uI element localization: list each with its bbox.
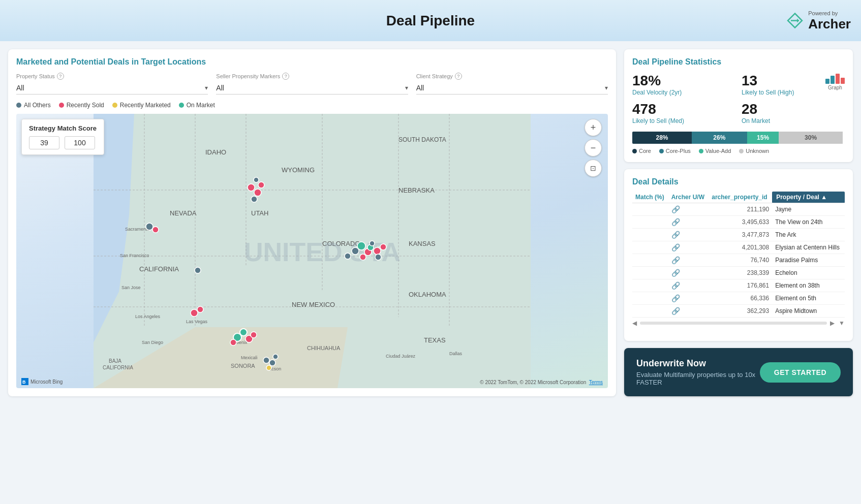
client-strategy-info-icon[interactable]: ? xyxy=(455,73,462,80)
deal-details-title: Deal Details xyxy=(632,177,845,186)
svg-text:Mexicali: Mexicali xyxy=(241,355,258,360)
deal-details-table: Match (%) Archer U/W archer_property_id … xyxy=(632,192,845,318)
cell-property-name-6: Element on 38th xyxy=(772,279,845,292)
property-status-chevron: ▾ xyxy=(205,84,208,91)
svg-text:CALIFORNIA: CALIFORNIA xyxy=(103,365,133,370)
recenter-button[interactable]: ⊡ xyxy=(585,160,602,177)
scroll-left-arrow[interactable]: ◀ xyxy=(632,320,637,327)
svg-point-53 xyxy=(380,244,386,250)
svg-text:SOUTH DAKOTA: SOUTH DAKOTA xyxy=(398,136,446,143)
cell-match-8 xyxy=(632,305,668,318)
cell-link-6[interactable]: 🔗 xyxy=(668,279,709,292)
powered-by-text: Powered by xyxy=(808,10,838,16)
svg-point-46 xyxy=(254,177,259,182)
table-row: 🔗 3,495,633 The View on 24th xyxy=(632,216,845,229)
property-status-info-icon[interactable]: ? xyxy=(57,73,64,80)
legend-on-market: On Market xyxy=(179,102,215,109)
svg-point-50 xyxy=(360,254,366,260)
legend-unknown-label: Unknown xyxy=(746,148,769,154)
horizontal-scrollbar[interactable] xyxy=(640,322,827,325)
cell-property-id-6: 176,861 xyxy=(709,279,772,292)
scroll-right-arrow[interactable]: ▶ xyxy=(830,320,835,327)
bing-text: Microsoft Bing xyxy=(30,379,63,385)
cell-property-id-0: 211,190 xyxy=(709,203,772,216)
map-controls: + − ⊡ xyxy=(585,119,602,177)
client-strategy-value: All xyxy=(416,84,424,92)
deal-table-body: 🔗 211,190 Jayne 🔗 3,495,633 The View on … xyxy=(632,203,845,318)
statistics-grid: 18% Deal Velocity (2yr) 13 Likely to Sel… xyxy=(632,74,845,124)
table-row: 🔗 211,190 Jayne xyxy=(632,203,845,216)
get-started-button[interactable]: GET STARTED xyxy=(760,362,841,383)
svg-text:Los Angeles: Los Angeles xyxy=(135,314,161,319)
graph-button[interactable]: Graph xyxy=(825,74,845,90)
map-legend: All Others Recently Sold Recently Market… xyxy=(16,102,608,109)
stat-on-market: 28 On Market xyxy=(742,102,845,124)
seller-propensity-info-icon[interactable]: ? xyxy=(282,73,289,80)
legend-value-add: Value-Add xyxy=(699,148,731,154)
svg-text:CHIHUAHUA: CHIHUAHUA xyxy=(307,345,341,351)
statistics-title: Deal Pipeline Statistics xyxy=(632,57,845,67)
cell-link-3[interactable]: 🔗 xyxy=(668,241,709,254)
svg-point-61 xyxy=(197,306,203,312)
strategy-inputs xyxy=(29,136,97,149)
property-status-filter: Property Status ? All ▾ xyxy=(16,73,208,94)
cell-link-1[interactable]: 🔗 xyxy=(668,216,709,229)
svg-point-45 xyxy=(258,182,264,188)
client-strategy-dropdown[interactable]: All ▾ xyxy=(416,82,608,94)
cell-match-3 xyxy=(632,241,668,254)
page-title: Deal Pipeline xyxy=(386,13,475,29)
underwrite-subtitle: Evaluate Multifamily properties up to 10… xyxy=(636,371,760,386)
cell-link-5[interactable]: 🔗 xyxy=(668,267,709,279)
stat-on-market-label: On Market xyxy=(742,117,845,124)
graph-bar-4 xyxy=(841,78,845,84)
svg-marker-2 xyxy=(797,19,799,23)
graph-bar-3 xyxy=(836,74,840,84)
zoom-in-button[interactable]: + xyxy=(585,119,602,136)
legend-value-add-label: Value-Add xyxy=(705,148,731,154)
zoom-out-button[interactable]: − xyxy=(585,139,602,156)
cell-link-0[interactable]: 🔗 xyxy=(668,203,709,216)
stat-likely-sell-med: 478 Likely to Sell (Med) xyxy=(632,102,735,124)
svg-point-65 xyxy=(230,339,236,345)
property-status-label: Property Status ? xyxy=(16,73,208,80)
svg-text:Dallas: Dallas xyxy=(449,351,463,356)
svg-text:IDAHO: IDAHO xyxy=(205,148,226,156)
cell-link-2[interactable]: 🔗 xyxy=(668,229,709,241)
map-panel-title: Marketed and Potential Deals in Target L… xyxy=(16,57,608,67)
svg-point-44 xyxy=(251,196,257,202)
legend-label-recently-sold: Recently Sold xyxy=(67,102,104,109)
left-panel: Marketed and Potential Deals in Target L… xyxy=(8,49,616,396)
cell-property-name-5: Echelon xyxy=(772,267,845,279)
legend-dot-on-market xyxy=(179,103,184,108)
seller-propensity-dropdown[interactable]: All ▾ xyxy=(216,82,408,94)
client-strategy-label: Client Strategy ? xyxy=(416,73,608,80)
underwrite-card: Underwrite Now Evaluate Multifamily prop… xyxy=(624,348,853,396)
stat-likely-sell-high: 13 Likely to Sell (High) xyxy=(742,74,794,96)
cell-property-name-0: Jayne xyxy=(772,203,845,216)
progress-bar: 28% 26% 15% 30% xyxy=(632,132,845,144)
cell-link-4[interactable]: 🔗 xyxy=(668,254,709,267)
svg-text:NEBRASKA: NEBRASKA xyxy=(398,186,435,194)
progress-core: 28% xyxy=(632,132,692,144)
scroll-down-arrow[interactable]: ▼ xyxy=(839,320,845,327)
legend-label-on-market: On Market xyxy=(187,102,215,109)
strategy-max-input[interactable] xyxy=(65,136,95,149)
cell-property-name-2: The Ark xyxy=(772,229,845,241)
cell-link-8[interactable]: 🔗 xyxy=(668,305,709,318)
map-container[interactable]: IDAHO WYOMING NEVADA UTAH CALIFORNIA COL… xyxy=(16,114,608,388)
terms-link[interactable]: Terms xyxy=(589,380,603,385)
svg-point-42 xyxy=(248,184,255,191)
svg-point-68 xyxy=(269,360,275,366)
graph-label: Graph xyxy=(828,85,842,90)
client-strategy-chevron: ▾ xyxy=(605,84,608,91)
map-attribution-right: © 2022 TomTom, © 2022 Microsoft Corporat… xyxy=(480,380,603,385)
cell-link-7[interactable]: 🔗 xyxy=(668,292,709,305)
scroll-indicator: ◀ ▶ ▼ xyxy=(632,320,845,327)
svg-point-60 xyxy=(191,309,198,317)
svg-text:NEW MEXICO: NEW MEXICO xyxy=(292,301,335,308)
legend-core-plus-label: Core-Plus xyxy=(666,148,691,154)
property-status-dropdown[interactable]: All ▾ xyxy=(16,82,208,94)
cell-property-id-8: 362,293 xyxy=(709,305,772,318)
strategy-min-input[interactable] xyxy=(29,136,59,149)
cell-property-name-8: Aspire Midtown xyxy=(772,305,845,318)
